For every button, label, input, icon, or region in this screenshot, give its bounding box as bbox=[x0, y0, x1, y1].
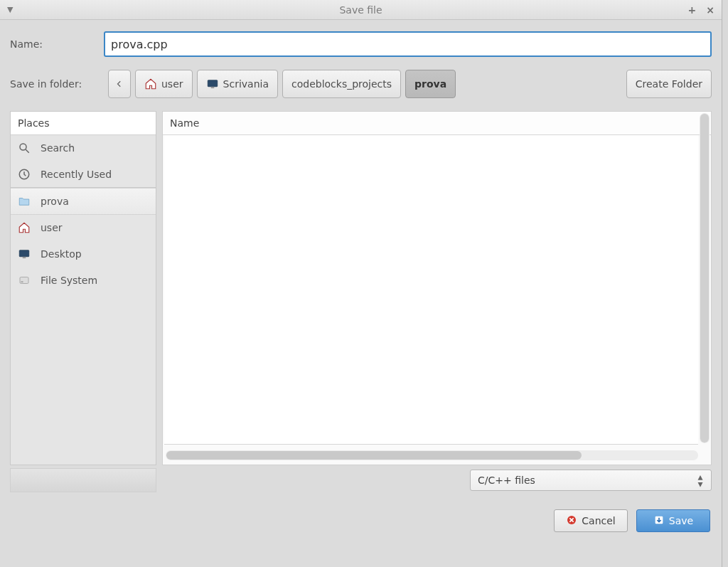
window-menu-icon[interactable]: ▼ bbox=[7, 5, 13, 14]
path-segment-label: Scrivania bbox=[223, 78, 269, 90]
path-segment-label: codeblocks_projects bbox=[291, 78, 392, 90]
svg-rect-1 bbox=[210, 88, 214, 89]
dropdown-spinner-icon: ▴▾ bbox=[695, 470, 705, 490]
place-desktop[interactable]: Desktop bbox=[11, 241, 156, 267]
path-segment-label: prova bbox=[414, 78, 446, 90]
search-icon bbox=[18, 142, 31, 154]
svg-rect-7 bbox=[20, 277, 28, 284]
place-search[interactable]: Search bbox=[11, 135, 156, 161]
path-segment-label: user bbox=[161, 78, 183, 90]
cancel-label: Cancel bbox=[582, 515, 615, 526]
home-icon bbox=[144, 78, 157, 90]
below-list-row: C/C++ files ▴▾ bbox=[156, 470, 712, 492]
name-label: Name: bbox=[10, 38, 104, 50]
home-icon bbox=[18, 221, 31, 234]
file-list-body[interactable] bbox=[164, 135, 698, 445]
places-panel: Places Search Recently Used bbox=[10, 111, 156, 465]
cancel-icon bbox=[566, 514, 577, 528]
place-filesystem[interactable]: File System bbox=[11, 267, 156, 294]
close-icon[interactable]: × bbox=[706, 4, 714, 16]
scrollbar-thumb[interactable] bbox=[166, 451, 582, 460]
place-label: File System bbox=[41, 275, 97, 286]
filename-input[interactable] bbox=[104, 31, 712, 57]
plus-icon[interactable]: + bbox=[688, 4, 697, 16]
desktop-icon bbox=[206, 78, 219, 90]
save-icon bbox=[653, 514, 665, 528]
file-list-column-name[interactable]: Name bbox=[163, 112, 711, 135]
svg-line-3 bbox=[26, 149, 29, 153]
filetype-select[interactable]: C/C++ files ▴▾ bbox=[470, 470, 712, 491]
disk-icon bbox=[18, 274, 31, 287]
filetype-selected-label: C/C++ files bbox=[478, 475, 535, 486]
create-folder-label: Create Folder bbox=[636, 78, 702, 90]
horizontal-scrollbar[interactable] bbox=[166, 450, 698, 460]
name-row: Name: bbox=[10, 31, 712, 57]
path-back-button[interactable] bbox=[108, 70, 131, 98]
save-button[interactable]: Save bbox=[636, 509, 710, 532]
place-label: prova bbox=[41, 196, 69, 207]
folder-icon bbox=[18, 195, 31, 208]
save-label: Save bbox=[669, 515, 693, 526]
action-row: Cancel Save bbox=[10, 509, 712, 532]
place-prova[interactable]: prova bbox=[11, 188, 156, 215]
vertical-scrollbar[interactable] bbox=[700, 113, 710, 443]
folder-label: Save in folder: bbox=[10, 78, 104, 90]
place-label: Desktop bbox=[41, 248, 82, 260]
file-list-panel: Name bbox=[162, 111, 712, 465]
svg-rect-8 bbox=[21, 282, 23, 283]
place-label: Search bbox=[41, 142, 75, 154]
window-controls: + × bbox=[688, 4, 714, 16]
desktop-icon bbox=[18, 248, 31, 260]
place-user[interactable]: user bbox=[11, 215, 156, 241]
titlebar[interactable]: ▼ Save file + × bbox=[0, 0, 722, 20]
place-label: Recently Used bbox=[41, 169, 112, 180]
svg-rect-5 bbox=[19, 250, 29, 257]
preview-strip bbox=[10, 468, 156, 492]
path-segment-codeblocks[interactable]: codeblocks_projects bbox=[282, 70, 401, 98]
svg-rect-6 bbox=[23, 258, 26, 259]
dialog-body: Name: Save in folder: user Scrivania bbox=[0, 20, 722, 532]
chevron-left-icon bbox=[116, 80, 123, 88]
path-segment-prova[interactable]: prova bbox=[405, 70, 456, 98]
save-dialog-window: ▼ Save file + × Name: Save in folder: us… bbox=[0, 0, 722, 567]
svg-rect-0 bbox=[208, 80, 218, 87]
places-fill bbox=[11, 294, 156, 465]
create-folder-button[interactable]: Create Folder bbox=[626, 70, 712, 98]
path-segment-user[interactable]: user bbox=[135, 70, 193, 98]
window-title: Save file bbox=[339, 4, 382, 16]
scrollbar-thumb[interactable] bbox=[700, 114, 709, 443]
places-header: Places bbox=[11, 112, 156, 135]
folder-row: Save in folder: user Scrivania codeblock… bbox=[10, 70, 712, 98]
svg-point-2 bbox=[20, 144, 26, 150]
recent-icon bbox=[18, 168, 31, 181]
place-recent[interactable]: Recently Used bbox=[11, 161, 156, 188]
cancel-button[interactable]: Cancel bbox=[554, 509, 628, 532]
file-area: Places Search Recently Used bbox=[10, 111, 712, 465]
path-segment-scrivania[interactable]: Scrivania bbox=[197, 70, 278, 98]
place-label: user bbox=[41, 222, 63, 233]
